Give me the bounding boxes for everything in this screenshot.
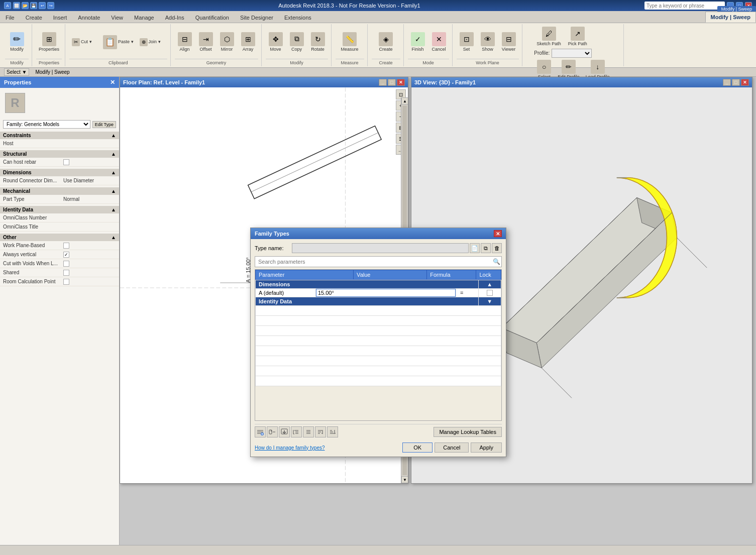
properties-header: Properties ✕ — [0, 77, 119, 88]
param-lock-a[interactable] — [478, 289, 501, 297]
tab-manage[interactable]: Manage — [129, 12, 160, 23]
open-icon[interactable]: 📂 — [22, 2, 29, 9]
apply-button[interactable]: Apply — [471, 442, 502, 453]
type-delete-btn[interactable]: 🗑 — [492, 243, 502, 253]
create-button[interactable]: ◈ Create — [376, 31, 396, 54]
shared-checkbox[interactable] — [63, 270, 69, 276]
can-host-rebar-checkbox[interactable] — [63, 159, 69, 165]
cancel-button[interactable]: Cancel — [435, 442, 469, 453]
group-param-btn[interactable] — [291, 426, 302, 437]
view-3d-maximize[interactable]: □ — [732, 79, 740, 86]
lock-checkbox-a[interactable] — [487, 290, 493, 296]
ungroup-param-btn[interactable] — [303, 426, 314, 437]
col-formula[interactable]: Formula — [427, 270, 476, 280]
type-name-input[interactable] — [292, 243, 469, 253]
work-plane-based-checkbox[interactable] — [63, 243, 69, 249]
profile-dropdown[interactable] — [552, 49, 592, 58]
viewer-workplane-button[interactable]: ⊟ Viewer — [499, 31, 519, 54]
view-3d-close[interactable]: ✕ — [741, 79, 749, 86]
scroll-down[interactable]: ▼ — [401, 476, 408, 483]
properties-button[interactable]: ⊞ Properties — [36, 31, 62, 54]
ribbon-group-properties: ⊞ Properties Properties — [33, 24, 65, 66]
tab-extensions[interactable]: Extensions — [279, 12, 317, 23]
add-param-btn[interactable] — [255, 426, 266, 437]
redo-icon[interactable]: ↪ — [47, 2, 54, 9]
floor-plan-titlebar[interactable]: Floor Plan: Ref. Level - Family1 _ □ ✕ — [120, 77, 408, 87]
undo-icon[interactable]: ↩ — [39, 2, 46, 9]
tab-addins[interactable]: Add-Ins — [160, 12, 190, 23]
sort-desc-btn[interactable] — [327, 426, 338, 437]
sort-asc-btn[interactable] — [315, 426, 326, 437]
select-dropdown[interactable]: Select ▼ — [4, 68, 29, 76]
cut-with-voids-checkbox[interactable] — [63, 261, 69, 267]
modify-button[interactable]: ✏ Modify — [7, 31, 27, 54]
tab-create[interactable]: Create — [20, 12, 48, 23]
identity-section-icon[interactable]: ▼ — [478, 297, 501, 306]
section-identity-header[interactable]: Identity Data▲ — [0, 206, 119, 213]
search-parameters-input[interactable] — [255, 256, 502, 267]
tab-file[interactable]: File — [0, 12, 20, 23]
tab-quantification[interactable]: Quantification — [190, 12, 235, 23]
properties-logo: R — [5, 93, 25, 113]
pick-path-button[interactable]: ↗ Pick Path — [566, 25, 590, 48]
tab-modify-sweep[interactable]: Modify | Sweep — [705, 12, 756, 23]
ok-button[interactable]: OK — [402, 442, 433, 453]
tab-site-designer[interactable]: Site Designer — [235, 12, 279, 23]
edit-type-button[interactable]: Edit Type — [92, 121, 116, 128]
manage-lookup-btn[interactable]: Manage Lookup Tables — [434, 427, 502, 437]
type-duplicate-btn[interactable]: ⧉ — [481, 243, 491, 253]
save-icon[interactable]: 💾 — [30, 2, 37, 9]
rotate-icon: ↻ — [311, 32, 325, 46]
scroll-up[interactable]: ▲ — [401, 97, 408, 104]
section-dimensions-header[interactable]: Dimensions▲ — [0, 169, 119, 176]
dimensions-section-icon[interactable]: ▲ — [478, 280, 501, 289]
new-icon[interactable]: ⬜ — [13, 2, 20, 9]
sketch-path-button[interactable]: 🖊 Sketch Path — [534, 25, 564, 48]
section-mechanical-header[interactable]: Mechanical▲ — [0, 187, 119, 195]
room-calc-checkbox[interactable] — [63, 279, 69, 285]
cancel-mode-button[interactable]: ✕ Cancel — [429, 31, 449, 54]
move-button[interactable]: ✥ Move — [266, 31, 286, 54]
array-button[interactable]: ⊞ Array — [238, 31, 258, 54]
cut-button[interactable]: ✂ Cut ▾ — [69, 37, 99, 47]
mirror-button[interactable]: ⬡ Mirror — [217, 31, 237, 54]
type-new-btn[interactable]: 📄 — [470, 243, 480, 253]
join-button[interactable]: ⊕ Join ▾ — [137, 37, 167, 47]
view-3d-minimize[interactable]: _ — [723, 79, 731, 86]
floor-plan-minimize[interactable]: _ — [379, 79, 387, 86]
section-other-header[interactable]: Other▲ — [0, 234, 119, 241]
show-workplane-button[interactable]: 👁 Show — [478, 31, 498, 54]
col-value[interactable]: Value — [354, 270, 427, 280]
col-lock[interactable]: Lock — [476, 270, 501, 280]
floor-plan-close[interactable]: ✕ — [397, 79, 405, 86]
dialog-close-btn[interactable]: ✕ — [494, 230, 502, 237]
param-value-input-a[interactable] — [316, 289, 456, 297]
param-value-a[interactable] — [315, 289, 456, 297]
view-3d-titlebar[interactable]: 3D View: {3D} - Family1 _ □ ✕ — [411, 77, 752, 87]
align-button[interactable]: ⊟ Align — [175, 31, 195, 54]
floor-plan-maximize[interactable]: □ — [388, 79, 396, 86]
measure-button[interactable]: 📏 Measure — [339, 31, 361, 54]
section-constraints-header[interactable]: Constraints▲ — [0, 132, 119, 139]
dialog-titlebar[interactable]: Family Types ✕ — [251, 228, 506, 239]
finish-button[interactable]: ✓ Finish — [408, 31, 428, 54]
share-param-btn[interactable] — [267, 426, 278, 437]
load-param-btn[interactable] — [279, 426, 290, 437]
set-workplane-button[interactable]: ⊡ Set — [457, 31, 477, 54]
family-type-dropdown[interactable]: Family: Generic Models — [3, 120, 90, 129]
always-vertical-checkbox[interactable] — [63, 252, 69, 258]
properties-close-btn[interactable]: ✕ — [110, 79, 115, 86]
search-icon[interactable]: 🔍 — [492, 257, 501, 266]
tab-view[interactable]: View — [105, 12, 129, 23]
section-structural-header[interactable]: Structural▲ — [0, 150, 119, 158]
col-parameter[interactable]: Parameter — [256, 270, 354, 280]
table-scroll-area[interactable]: Dimensions ▲ A (default) — [255, 280, 501, 420]
tab-annotate[interactable]: Annotate — [72, 12, 105, 23]
help-link[interactable]: How do I manage family types? — [255, 445, 325, 451]
paste-button[interactable]: 📋 Paste ▾ — [100, 34, 136, 50]
tab-insert[interactable]: Insert — [48, 12, 73, 23]
copy-button[interactable]: ⧉ Copy — [287, 31, 307, 54]
offset-button[interactable]: ⇥ Offset — [196, 31, 216, 54]
rotate-button[interactable]: ↻ Rotate — [308, 31, 328, 54]
app-icon[interactable]: A — [4, 2, 11, 9]
